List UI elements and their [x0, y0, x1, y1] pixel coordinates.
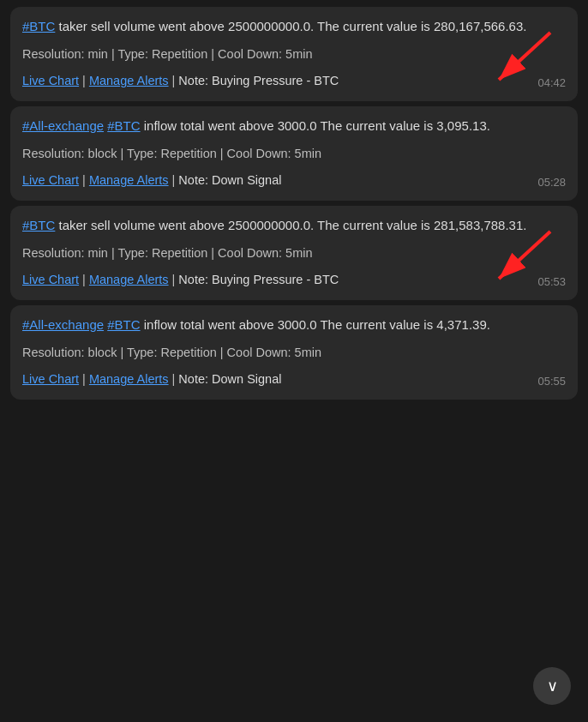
timestamp-4: 05:55 — [537, 373, 566, 390]
note-text-2: Note: Down Signal — [178, 171, 281, 190]
live-chart-link-2[interactable]: Live Chart — [22, 171, 79, 190]
resolution-text-1: Resolution: min | Type: Repetition | Coo… — [22, 45, 566, 64]
action-row-2: Live Chart | Manage Alerts | Note: Down … — [22, 171, 566, 190]
message-text-1: #BTC taker sell volume went above 250000… — [22, 17, 566, 37]
message-body-2: inflow total went above 3000.0 The curre… — [144, 118, 490, 133]
hashtag-allexchange-2[interactable]: #All-exchange — [22, 317, 104, 332]
timestamp-2: 05:28 — [537, 174, 566, 191]
message-card-3: #BTC taker sell volume went above 250000… — [10, 206, 578, 300]
timestamp-1: 04:42 — [537, 75, 566, 92]
timestamp-3: 05:53 — [537, 274, 566, 291]
live-chart-link-3[interactable]: Live Chart — [22, 271, 79, 290]
action-row-4: Live Chart | Manage Alerts | Note: Down … — [22, 370, 566, 389]
action-links-2: Live Chart | Manage Alerts | Note: Down … — [22, 171, 531, 190]
message-body-3: taker sell volume went above 2500000000.… — [55, 218, 526, 232]
action-row-1: Live Chart | Manage Alerts | Note: Buyin… — [22, 72, 566, 91]
note-text-4: Note: Down Signal — [178, 370, 281, 389]
message-card-4: #All-exchange #BTC inflow total went abo… — [10, 305, 578, 400]
message-text-4: #All-exchange #BTC inflow total went abo… — [22, 316, 566, 335]
hashtag-allexchange-1[interactable]: #All-exchange — [22, 118, 104, 133]
note-text-1: Note: Buying Pressure - BTC — [178, 72, 339, 91]
action-links-3: Live Chart | Manage Alerts | Note: Buyin… — [22, 271, 531, 290]
separator-2a: | — [82, 171, 86, 190]
separator-1a: | — [82, 72, 86, 91]
separator-3a: | — [82, 271, 86, 290]
scroll-down-button[interactable]: ∨ — [533, 667, 571, 705]
resolution-text-4: Resolution: block | Type: Repetition | C… — [22, 344, 566, 363]
separator-2b: | — [172, 171, 176, 190]
action-links-1: Live Chart | Manage Alerts | Note: Buyin… — [22, 72, 531, 91]
chevron-down-icon: ∨ — [547, 677, 558, 695]
separator-3b: | — [172, 271, 176, 290]
resolution-text-2: Resolution: block | Type: Repetition | C… — [22, 145, 566, 164]
action-links-4: Live Chart | Manage Alerts | Note: Down … — [22, 370, 531, 389]
message-text-2: #All-exchange #BTC inflow total went abo… — [22, 117, 566, 136]
message-body-4: inflow total went above 3000.0 The curre… — [144, 317, 490, 332]
hashtag-btc-2[interactable]: #BTC — [107, 118, 140, 133]
hashtag-btc-1[interactable]: #BTC — [22, 19, 55, 33]
action-row-3: Live Chart | Manage Alerts | Note: Buyin… — [22, 271, 566, 290]
message-card-1: #BTC taker sell volume went above 250000… — [10, 7, 578, 101]
manage-alerts-link-2[interactable]: Manage Alerts — [89, 171, 169, 190]
manage-alerts-link-3[interactable]: Manage Alerts — [89, 271, 169, 290]
live-chart-link-4[interactable]: Live Chart — [22, 370, 79, 389]
manage-alerts-link-4[interactable]: Manage Alerts — [89, 370, 169, 389]
note-text-3: Note: Buying Pressure - BTC — [178, 271, 339, 290]
message-text-3: #BTC taker sell volume went above 250000… — [22, 216, 566, 236]
manage-alerts-link-1[interactable]: Manage Alerts — [89, 72, 169, 91]
message-body-1: taker sell volume went above 2500000000.… — [55, 19, 526, 33]
separator-4a: | — [82, 370, 86, 389]
separator-4b: | — [172, 370, 176, 389]
hashtag-btc-4[interactable]: #BTC — [107, 317, 140, 332]
resolution-text-3: Resolution: min | Type: Repetition | Coo… — [22, 244, 566, 263]
live-chart-link-1[interactable]: Live Chart — [22, 72, 79, 91]
hashtag-btc-3[interactable]: #BTC — [22, 218, 55, 232]
separator-1b: | — [172, 72, 176, 91]
message-card-2: #All-exchange #BTC inflow total went abo… — [10, 106, 578, 201]
